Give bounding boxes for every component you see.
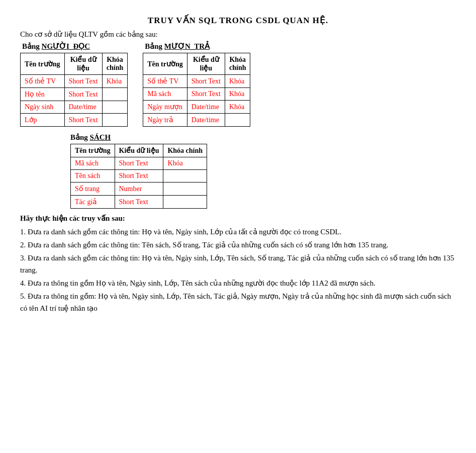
field-cell: Ngày sinh xyxy=(21,101,65,114)
col-field-s: Tên trường xyxy=(71,144,115,157)
muon-tra-block: Bảng MƯỢN_TRẢ Tên trường Kiểu dữliệu Khó… xyxy=(143,42,250,127)
type-cell: Date/time xyxy=(64,101,102,114)
query-item-2: 2. Đưa ra danh sách gồm các thông tin: T… xyxy=(20,239,456,251)
table-row: Số trang Number xyxy=(71,183,207,196)
field-cell: Ngày mượn xyxy=(143,101,187,114)
muon-tra-table: Tên trường Kiểu dữliệu Khóachính Số thẻ … xyxy=(143,53,250,127)
type-cell: Short Text xyxy=(64,88,102,101)
type-cell: Date/time xyxy=(187,114,225,127)
table-row: Ngày sinh Date/time xyxy=(21,101,128,114)
field-cell: Lớp xyxy=(21,114,65,127)
col-type-mt: Kiểu dữliệu xyxy=(187,53,225,75)
field-cell: Tên sách xyxy=(71,170,115,183)
col-key-mt: Khóachính xyxy=(225,53,250,75)
table-row: Tên sách Short Text xyxy=(71,170,207,183)
type-cell: Short Text xyxy=(115,157,163,170)
col-type-s: Kiểu dữ liệu xyxy=(115,144,163,157)
sach-table: Tên trường Kiểu dữ liệu Khóa chính Mã sá… xyxy=(70,144,207,209)
muon-tra-title: Bảng MƯỢN_TRẢ xyxy=(145,42,250,51)
table-row: Họ tên Short Text xyxy=(21,88,128,101)
type-cell: Short Text xyxy=(187,75,225,88)
key-cell xyxy=(102,101,127,114)
query-item-5: 5. Đưa ra thông tin gồm: Họ và tên, Ngày… xyxy=(20,290,456,314)
key-cell: Khóa xyxy=(163,157,207,170)
col-field-mt: Tên trường xyxy=(143,53,187,75)
query-item-3: 3. Đưa ra danh sách gồm các thông tin: H… xyxy=(20,252,456,276)
key-cell xyxy=(102,88,127,101)
sach-block: Bảng SÁCH Tên trường Kiểu dữ liệu Khóa c… xyxy=(20,133,456,209)
page-title: TRUY VẤN SQL TRONG CSDL QUAN HỆ. xyxy=(20,15,456,26)
table-row: Mã sách Short Text Khóa xyxy=(143,88,250,101)
col-key-s: Khóa chính xyxy=(163,144,207,157)
type-cell: Short Text xyxy=(115,170,163,183)
query-item-1: 1. Đưa ra danh sách gồm các thông tin: H… xyxy=(20,226,456,238)
key-cell: Khóa xyxy=(102,75,127,88)
key-cell xyxy=(225,114,250,127)
table-row: Ngày mượn Date/time Khóa xyxy=(143,101,250,114)
key-cell xyxy=(163,183,207,196)
nguoi-doc-block: Bảng NGƯỜI_ĐỌC Tên trường Kiểu dữliệu Kh… xyxy=(20,42,128,127)
field-cell: Số thẻ TV xyxy=(143,75,187,88)
sach-title: Bảng SÁCH xyxy=(70,133,456,142)
key-cell: Khóa xyxy=(225,101,250,114)
field-cell: Tác giả xyxy=(71,196,115,209)
col-field-nd: Tên trường xyxy=(21,53,65,75)
key-cell xyxy=(163,196,207,209)
field-cell: Ngày trả xyxy=(143,114,187,127)
key-cell: Khóa xyxy=(225,75,250,88)
field-cell: Số trang xyxy=(71,183,115,196)
col-type-nd: Kiểu dữliệu xyxy=(64,53,102,75)
intro-text: Cho cơ sở dữ liệu QLTV gồm các bảng sau: xyxy=(20,30,456,39)
type-cell: Date/time xyxy=(187,101,225,114)
field-cell: Số thẻ TV xyxy=(21,75,65,88)
field-cell: Mã sách xyxy=(143,88,187,101)
col-key-nd: Khóachính xyxy=(102,53,127,75)
table-row: Ngày trả Date/time xyxy=(143,114,250,127)
type-cell: Short Text xyxy=(64,114,102,127)
table-row: Số thẻ TV Short Text Khóa xyxy=(21,75,128,88)
table-row: Số thẻ TV Short Text Khóa xyxy=(143,75,250,88)
type-cell: Short Text xyxy=(115,196,163,209)
type-cell: Number xyxy=(115,183,163,196)
key-cell: Khóa xyxy=(225,88,250,101)
field-cell: Mã sách xyxy=(71,157,115,170)
type-cell: Short Text xyxy=(187,88,225,101)
type-cell: Short Text xyxy=(64,75,102,88)
nguoi-doc-table: Tên trường Kiểu dữliệu Khóachính Số thẻ … xyxy=(20,53,128,127)
nguoi-doc-title: Bảng NGƯỜI_ĐỌC xyxy=(22,42,128,51)
queries-section: Hãy thực hiện các truy vấn sau: 1. Đưa r… xyxy=(20,214,456,314)
table-row: Lớp Short Text xyxy=(21,114,128,127)
key-cell xyxy=(102,114,127,127)
table-row: Tác giả Short Text xyxy=(71,196,207,209)
table-row: Mã sách Short Text Khóa xyxy=(71,157,207,170)
queries-title: Hãy thực hiện các truy vấn sau: xyxy=(20,214,456,223)
query-item-4: 4. Đưa ra thông tin gồm Họ và tên, Ngày … xyxy=(20,277,456,289)
key-cell xyxy=(163,170,207,183)
field-cell: Họ tên xyxy=(21,88,65,101)
